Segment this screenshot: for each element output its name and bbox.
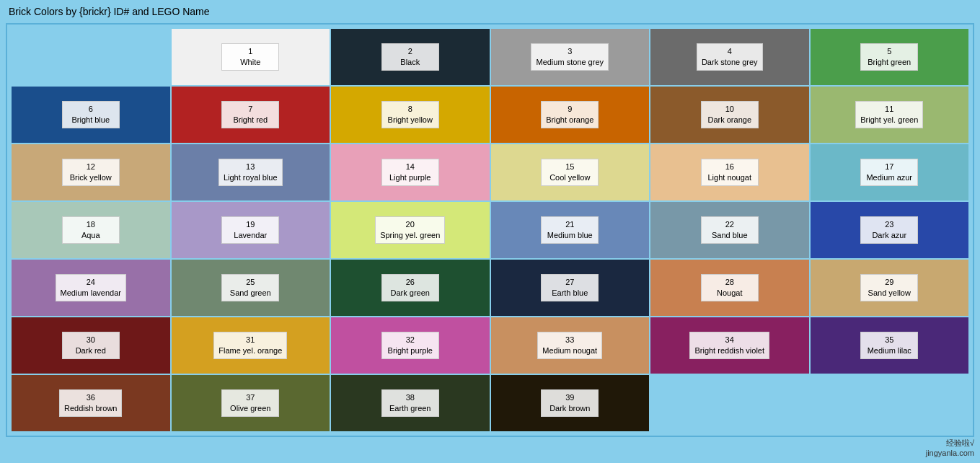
color-id: 34 [694, 335, 764, 345]
color-cell: 34Bright reddish violet [650, 317, 809, 374]
color-grid: 1White2Black3Medium stone grey4Dark ston… [12, 29, 968, 431]
color-name: Sand blue [706, 230, 754, 241]
color-id: 9 [546, 104, 593, 115]
color-id: 23 [865, 219, 913, 230]
color-id: 4 [702, 46, 758, 57]
color-name: Cool yellow [546, 172, 593, 183]
color-label-box: 2Black [381, 43, 439, 71]
color-cell: 22Sand blue [650, 202, 809, 258]
color-label-box: 6Bright blue [62, 101, 120, 129]
color-name: Medium lavendar [61, 288, 121, 299]
watermark: 经验啦√ jingyanla.com [926, 438, 974, 457]
color-id: 2 [387, 46, 434, 57]
color-label-box: 23Dark azur [860, 216, 918, 244]
color-cell: 6Bright blue [12, 87, 170, 143]
color-cell: 39Dark brown [491, 375, 650, 431]
color-cell: 11Bright yel. green [811, 87, 969, 143]
color-id: 35 [865, 335, 913, 345]
color-name: Bright red [226, 115, 274, 125]
page-title: Brick Colors by {brickr} ID# and LEGO Na… [6, 6, 974, 17]
color-label-box: 25Sand green [221, 274, 279, 302]
color-label-box: 22Sand blue [701, 216, 759, 244]
color-cell: 33Medium nougat [491, 317, 650, 374]
color-label-box: 17Medium azur [860, 159, 918, 187]
color-id: 15 [546, 162, 593, 172]
watermark-line2: jingyanla.com [926, 449, 974, 457]
color-label-box: 12Brick yellow [62, 159, 120, 187]
color-label-box: 3Medium stone grey [531, 43, 609, 71]
color-name: Dark green [387, 288, 434, 299]
color-cell: 38Earth green [331, 375, 490, 431]
color-name: Light purple [387, 172, 434, 183]
color-label-box: 35Medium lilac [860, 332, 918, 360]
color-cell: 12Brick yellow [12, 144, 170, 200]
color-cell: 3Medium stone grey [491, 29, 650, 85]
color-id: 24 [61, 277, 121, 288]
color-label-box: 18Aqua [62, 216, 120, 244]
color-label-box: 31Flame yel. orange [213, 332, 287, 360]
color-id: 25 [226, 277, 274, 288]
color-name: Sand yellow [865, 288, 913, 299]
color-name: Bright blue [67, 115, 115, 125]
color-id: 31 [218, 335, 282, 345]
color-name: Dark red [67, 345, 115, 356]
color-name: Earth green [387, 403, 434, 414]
color-label-box: 15Cool yellow [541, 159, 599, 187]
color-name: Light nougat [706, 172, 754, 183]
color-cell: 37Olive green [172, 375, 330, 431]
color-cell: 19Lavendar [172, 202, 330, 258]
color-id: 27 [546, 277, 593, 288]
color-name: Aqua [67, 230, 115, 241]
color-label-box: 29Sand yellow [860, 274, 918, 302]
color-label-box: 4Dark stone grey [697, 43, 763, 71]
color-id: 22 [706, 219, 754, 230]
color-grid-container: 1White2Black3Medium stone grey4Dark ston… [6, 23, 974, 437]
color-name: Nougat [706, 288, 754, 299]
color-name: Olive green [226, 403, 274, 414]
color-id: 11 [860, 104, 918, 115]
color-label-box: 7Bright red [221, 101, 279, 129]
color-name: Dark stone grey [702, 57, 758, 68]
color-name: Medium nougat [542, 345, 597, 356]
color-id: 18 [67, 219, 115, 230]
color-id: 8 [387, 104, 434, 115]
color-label-box: 10Dark orange [701, 101, 759, 129]
color-cell: 27Earth blue [491, 260, 650, 316]
color-label-box: 36Reddish brown [59, 389, 122, 418]
color-name: White [226, 57, 274, 68]
color-name: Bright reddish violet [694, 345, 764, 356]
color-cell: 29Sand yellow [811, 260, 969, 316]
color-cell: 1White [172, 29, 330, 85]
color-cell: 9Bright orange [491, 87, 650, 143]
color-id: 13 [224, 162, 278, 172]
color-label-box: 33Medium nougat [537, 332, 602, 360]
color-label-box: 13Light royal blue [218, 159, 283, 187]
color-name: Bright purple [387, 345, 434, 356]
color-id: 5 [865, 46, 913, 57]
color-id: 16 [706, 162, 754, 172]
color-id: 1 [226, 46, 274, 57]
color-id: 28 [706, 277, 754, 288]
color-name: Bright orange [546, 115, 593, 125]
color-cell: 17Medium azur [811, 144, 969, 200]
color-cell: 7Bright red [172, 87, 330, 143]
color-cell: 10Dark orange [650, 87, 809, 143]
color-label-box: 30Dark red [62, 332, 120, 360]
color-name: Medium lilac [865, 345, 913, 356]
color-cell: 18Aqua [12, 202, 170, 258]
color-cell: 4Dark stone grey [650, 29, 809, 85]
color-name: Reddish brown [64, 403, 117, 414]
watermark-line1: 经验啦√ [926, 438, 974, 449]
color-name: Light royal blue [224, 172, 278, 183]
color-id: 29 [865, 277, 913, 288]
color-name: Bright yel. green [860, 115, 918, 125]
color-label-box: 1White [221, 43, 279, 71]
color-name: Bright green [865, 57, 913, 68]
color-cell: 13Light royal blue [172, 144, 330, 200]
color-cell: 25Sand green [172, 260, 330, 316]
color-cell: 21Medium blue [491, 202, 650, 258]
color-label-box: 24Medium lavendar [56, 274, 126, 302]
color-id: 10 [706, 104, 754, 115]
color-name: Flame yel. orange [218, 345, 282, 356]
color-cell: 36Reddish brown [12, 375, 170, 431]
